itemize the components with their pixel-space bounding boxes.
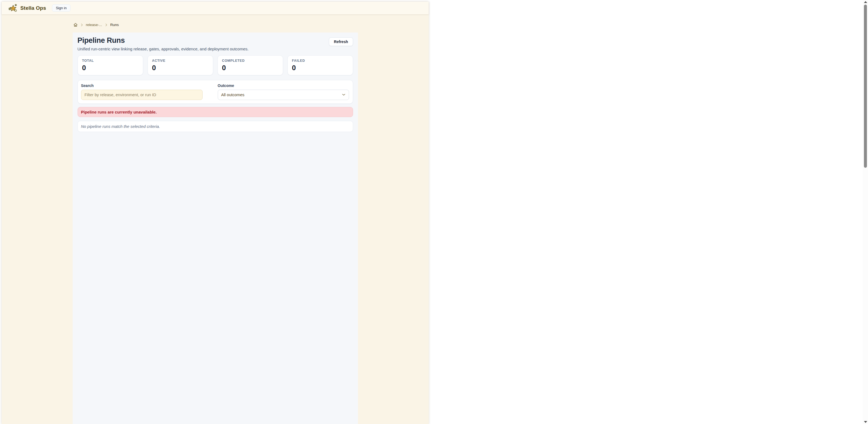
search-label: Search <box>81 84 203 88</box>
magnifier-icon <box>14 9 17 11</box>
stat-label: TOTAL <box>82 59 138 63</box>
content-column: release-... Runs Pipeline Runs Unified r… <box>73 14 358 212</box>
empty-state-message: No pipeline runs match the selected crit… <box>78 121 353 132</box>
stat-value: 0 <box>222 64 278 72</box>
chevron-down-icon <box>342 94 345 96</box>
stat-card-failed: FAILED 0 <box>287 55 353 75</box>
stat-label: FAILED <box>292 59 348 63</box>
stat-label: COMPLETED <box>222 59 278 63</box>
stat-card-active: ACTIVE 0 <box>148 55 213 75</box>
stat-value: 0 <box>292 64 348 72</box>
breadcrumb: release-... Runs <box>73 23 358 27</box>
page-header-text: Pipeline Runs Unified run-centric view l… <box>78 36 249 51</box>
refresh-button[interactable]: Refresh <box>329 37 353 46</box>
search-field-group: Search <box>81 84 203 100</box>
search-input[interactable] <box>81 90 203 100</box>
stat-value: 0 <box>82 64 138 72</box>
stats-row: TOTAL 0 ACTIVE 0 COMPLETED 0 FAILED 0 <box>78 55 353 75</box>
error-banner: Pipeline runs are currently unavailable. <box>78 107 353 117</box>
breadcrumb-item-release[interactable]: release-... <box>86 23 102 27</box>
stella-ops-logo-icon <box>8 3 18 13</box>
stat-value: 0 <box>152 64 209 72</box>
gear-icon <box>14 4 17 6</box>
stat-card-total: TOTAL 0 <box>78 55 143 75</box>
filters-panel: Search Outcome All outcomes <box>78 80 353 104</box>
outcome-select[interactable]: All outcomes <box>218 90 349 100</box>
breadcrumb-item-runs: Runs <box>111 23 119 27</box>
page-subtitle: Unified run-centric view linking release… <box>78 46 249 51</box>
outcome-selected-value: All outcomes <box>221 92 245 97</box>
page-title: Pipeline Runs <box>78 36 249 45</box>
chevron-right-icon <box>80 23 84 27</box>
outcome-label: Outcome <box>218 84 349 88</box>
stat-card-completed: COMPLETED 0 <box>217 55 283 75</box>
sign-in-button[interactable]: Sign in <box>52 4 70 12</box>
page-header: Pipeline Runs Unified run-centric view l… <box>78 36 353 51</box>
chevron-right-icon <box>105 23 108 27</box>
top-navigation-bar: Stella Ops Sign in <box>2 2 429 14</box>
pipeline-runs-panel: Pipeline Runs Unified run-centric view l… <box>73 33 358 212</box>
stat-label: ACTIVE <box>152 59 209 63</box>
app-shell: Stella Ops Sign in release-... Runs <box>2 2 429 212</box>
home-icon[interactable] <box>73 23 78 27</box>
outcome-field-group: Outcome All outcomes <box>218 84 349 100</box>
brand[interactable]: Stella Ops <box>8 3 46 13</box>
app-title: Stella Ops <box>20 5 46 11</box>
